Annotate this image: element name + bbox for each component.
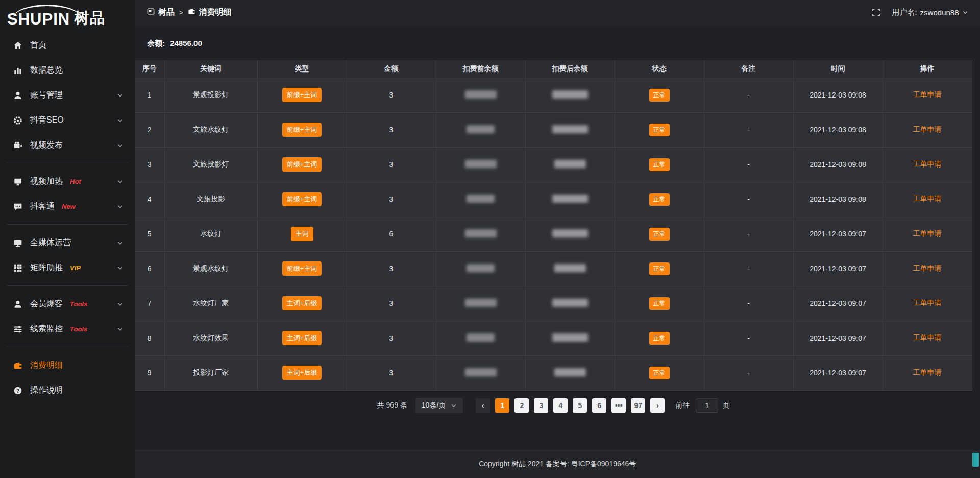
video-icon [13, 141, 22, 150]
sidebar-item-help[interactable]: ?操作说明 [0, 378, 135, 403]
ticket-request-link[interactable]: 工单申请 [913, 333, 942, 342]
cell-time: 2021-12-03 09:07 [793, 321, 883, 355]
ticket-request-link[interactable]: 工单申请 [913, 264, 942, 272]
breadcrumb-item-home[interactable]: 树品 [147, 7, 175, 18]
user-menu[interactable]: 用户名: zswodun88 [892, 8, 968, 17]
cell-type: 主词 [257, 217, 347, 251]
cell-time: 2021-12-03 09:07 [793, 217, 883, 251]
sidebar-item-grid[interactable]: 矩阵助推VIP [0, 255, 135, 280]
cell-index: 7 [135, 286, 164, 321]
brand-logo[interactable]: SHUPIN 树品 [0, 0, 135, 33]
fullscreen-icon[interactable] [872, 8, 880, 17]
side-widget[interactable] [972, 453, 979, 467]
cell-note: - [704, 355, 793, 390]
page-button-3[interactable]: 3 [534, 398, 548, 413]
cell-action: 工单申请 [883, 112, 972, 147]
cell-time: 2021-12-03 09:08 [793, 78, 883, 112]
type-badge: 前缀+主词 [282, 88, 322, 102]
column-header: 时间 [793, 60, 883, 78]
sidebar-item-home[interactable]: 首页 [0, 33, 135, 58]
ticket-request-link[interactable]: 工单申请 [913, 229, 942, 237]
sidebar-item-video[interactable]: 视频发布 [0, 133, 135, 158]
row-index: 2 [148, 126, 152, 134]
breadcrumb-item-current[interactable]: 消费明细 [188, 7, 232, 18]
cell-index: 4 [135, 182, 164, 217]
row-index: 1 [148, 91, 152, 99]
prev-page-button[interactable]: ‹ [476, 398, 490, 413]
sidebar-item-monitor[interactable]: 全媒体运营 [0, 230, 135, 255]
cell-time: 2021-12-03 09:08 [793, 147, 883, 182]
sidebar-item-badge: VIP [70, 264, 81, 272]
chevron-down-icon [117, 92, 124, 99]
more-pages-button[interactable]: ••• [611, 398, 626, 413]
cell-action: 工单申请 [883, 251, 972, 286]
type-badge: 主词 [291, 227, 313, 241]
cell-balance-before [436, 182, 525, 217]
sidebar-item-badge: Tools [70, 325, 87, 333]
keyword: 文旅投影 [197, 195, 225, 203]
logo-text-cn: 树品 [74, 8, 106, 29]
sidebar-item-gear[interactable]: 抖音SEO [0, 108, 135, 133]
masked-balance-after [554, 368, 586, 376]
note: - [747, 160, 750, 169]
cell-keyword: 文旅水纹灯 [164, 112, 257, 147]
sidebar-item-label: 抖音SEO [30, 115, 64, 126]
page-button-5[interactable]: 5 [573, 398, 587, 413]
table-row: 7水纹灯厂家主词+后缀3正常-2021-12-03 09:07工单申请 [135, 286, 972, 321]
sidebar-item-label: 数据总览 [30, 65, 63, 76]
sidebar-item-member[interactable]: 会员爆客Tools [0, 292, 135, 317]
bar-chart-icon [13, 66, 22, 75]
table-row: 6景观水纹灯前缀+主词3正常-2021-12-03 09:07工单申请 [135, 251, 972, 286]
sidebar-item-sliders[interactable]: 线索监控Tools [0, 317, 135, 342]
breadcrumb: 树品 > 消费明细 [147, 7, 232, 18]
ticket-request-link[interactable]: 工单申请 [913, 195, 942, 203]
cell-amount: 3 [347, 321, 436, 355]
cell-time: 2021-12-03 09:07 [793, 286, 883, 321]
cell-amount: 6 [347, 217, 436, 251]
sidebar-item-wallet[interactable]: 消费明细 [0, 353, 135, 378]
sidebar-item-user[interactable]: 账号管理 [0, 83, 135, 108]
cell-keyword: 水纹灯效果 [164, 321, 257, 355]
page-button-1[interactable]: 1 [495, 398, 509, 413]
ticket-request-link[interactable]: 工单申请 [913, 160, 942, 168]
page-button-6[interactable]: 6 [592, 398, 606, 413]
svg-text:?: ? [16, 388, 19, 393]
breadcrumb-label: 消费明细 [199, 7, 232, 18]
ticket-request-link[interactable]: 工单申请 [913, 90, 942, 99]
table-body: 1景观投影灯前缀+主词3正常-2021-12-03 09:08工单申请2文旅水纹… [135, 78, 972, 390]
note: - [747, 265, 750, 273]
ticket-request-link[interactable]: 工单申请 [913, 299, 942, 307]
sidebar-item-badge: Tools [70, 300, 87, 308]
masked-balance-after [552, 299, 588, 307]
keyword: 文旅水纹灯 [193, 125, 229, 133]
cell-note: - [704, 286, 793, 321]
goto-page-input[interactable] [696, 398, 718, 413]
status-badge: 正常 [649, 193, 670, 206]
sidebar-item-bar-chart[interactable]: 数据总览 [0, 58, 135, 83]
next-page-button[interactable]: › [650, 398, 665, 413]
type-badge: 主词+后缀 [282, 366, 322, 380]
cell-balance-after [525, 321, 615, 355]
note: - [747, 126, 750, 134]
keyword: 景观水纹灯 [193, 264, 229, 272]
cell-action: 工单申请 [883, 182, 972, 217]
ticket-request-link[interactable]: 工单申请 [913, 368, 942, 376]
sidebar-item-screen[interactable]: 视频加热Hot [0, 169, 135, 194]
cell-balance-before [436, 321, 525, 355]
masked-balance-before [465, 368, 497, 376]
balance: 余额: 24856.00 [147, 39, 972, 49]
status-badge: 正常 [649, 124, 670, 136]
cell-status: 正常 [615, 217, 704, 251]
cell-action: 工单申请 [883, 286, 972, 321]
column-header: 备注 [704, 60, 793, 78]
page-button-97[interactable]: 97 [631, 398, 645, 413]
topbar: 树品 > 消费明细 用户名: zswodun88 [135, 0, 980, 25]
page-button-2[interactable]: 2 [514, 398, 529, 413]
sidebar-item-label: 线索监控 [30, 324, 63, 334]
page-size-select[interactable]: 10条/页 [415, 398, 463, 413]
ticket-request-link[interactable]: 工单申请 [913, 125, 942, 133]
sidebar-item-chat[interactable]: 抖客通New [0, 194, 135, 219]
page-button-4[interactable]: 4 [553, 398, 568, 413]
masked-balance-before [467, 125, 495, 133]
sidebar-item-badge: New [62, 203, 76, 210]
